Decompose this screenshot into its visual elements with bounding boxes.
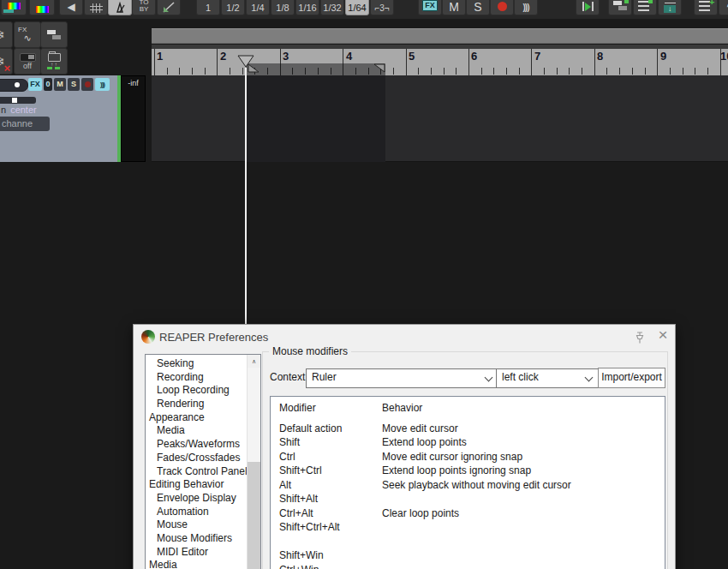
loop-selection-shade	[246, 75, 385, 162]
insert-item-button[interactable]: +	[694, 0, 718, 15]
sidebar-item-rendering[interactable]: Rendering	[146, 398, 260, 411]
sidebar-item-appearance[interactable]: Appearance	[146, 411, 260, 425]
snowflake-icon: ❄	[0, 28, 4, 41]
freeze-render-button[interactable]: ↓	[658, 0, 682, 15]
import-export-button[interactable]: Import/export	[598, 368, 665, 388]
sidebar-item-media-root[interactable]: Media	[146, 559, 260, 569]
pan-slider[interactable]	[0, 97, 36, 104]
note-value-button-1-64[interactable]: 1/64	[345, 0, 369, 15]
scrollbar-thumb[interactable]	[248, 462, 260, 569]
close-icon[interactable]: ×	[654, 326, 671, 344]
note-label: 1/64	[348, 3, 366, 13]
track-record-arm-button[interactable]	[81, 78, 93, 91]
sidebar-item-seeking[interactable]: Seeking	[146, 357, 260, 371]
sidebar-item-recording[interactable]: Recording	[146, 371, 260, 385]
sidebar-item-mouse[interactable]: Mouse	[146, 518, 260, 532]
note-value-button-1-4[interactable]: 1/4	[246, 0, 270, 15]
sidebar-item-track-control-panels[interactable]: Track Control Panels	[146, 465, 260, 479]
render-items-button[interactable]	[633, 0, 657, 15]
arrange-view[interactable]	[152, 75, 728, 162]
dialog-title: REAPER Preferences	[159, 331, 268, 344]
grid-settings-button[interactable]	[84, 0, 108, 15]
note-value-button-1[interactable]: 1	[196, 0, 220, 15]
fade-shape-button[interactable]	[157, 0, 181, 15]
sidebar-item-fades-crossfades[interactable]: Fades/Crossfades	[146, 452, 260, 465]
grid-to-by-button[interactable]: TO BY	[132, 0, 156, 15]
channel-button[interactable]: channe	[0, 117, 50, 131]
loop-selection-band[interactable]	[246, 63, 385, 75]
click-type-select[interactable]: left click	[496, 368, 599, 388]
table-row[interactable]: Shift+Alt	[271, 492, 665, 506]
note-value-button-1-2[interactable]: 1/2	[221, 0, 245, 15]
table-row[interactable]: Default actionMove edit cursor	[271, 422, 665, 436]
theme-color-button[interactable]	[1, 0, 27, 15]
scrollbar-up-icon[interactable]: ∧	[248, 355, 260, 368]
green-bars-icon	[47, 67, 62, 69]
ruler-mark: 6	[471, 50, 477, 63]
rainbow-icon	[8, 3, 21, 9]
back-button[interactable]: ◀	[59, 0, 83, 15]
master-mute-button[interactable]: M	[442, 0, 466, 15]
note-value-button-1-8[interactable]: 1/8	[271, 0, 295, 15]
unfreeze-track-button[interactable]: ❄ ×	[0, 48, 13, 75]
io-label: 0	[45, 80, 50, 88]
table-row[interactable]: Shift+Win	[271, 548, 665, 563]
loop-end-flag[interactable]	[373, 63, 385, 74]
loop-start-flag[interactable]	[248, 63, 260, 74]
sidebar-item-mouse-modifiers[interactable]: Mouse Modifiers	[146, 532, 260, 546]
note-value-button-1-16[interactable]: 1/16	[295, 0, 319, 15]
toggle-off-icon	[20, 53, 36, 62]
metronome-icon	[114, 2, 126, 13]
duplicate-items-button[interactable]	[608, 0, 632, 15]
context-select[interactable]: Ruler	[306, 368, 498, 388]
table-row[interactable]: Ctrl+Win	[271, 563, 665, 569]
pin-icon[interactable]	[633, 331, 647, 344]
track-monitor-button[interactable]: )))	[95, 78, 110, 91]
fx-chain-button[interactable]: FX	[418, 0, 442, 15]
sidebar-scrollbar[interactable]: ∧	[247, 355, 260, 569]
arrange-hscrollbar[interactable]	[152, 28, 728, 44]
monitor-off-toggle[interactable]: off	[14, 48, 41, 75]
ruler-mark: 2	[220, 50, 226, 63]
track-solo-button[interactable]: S	[68, 78, 80, 91]
sidebar-item-editing-behavior[interactable]: Editing Behavior	[146, 478, 260, 492]
table-row[interactable]: AltSeek playback without moving edit cur…	[271, 478, 665, 493]
reaper-main-window: ◀ TO BY 1 1/2 1/4 1/8 1/16 1/32 1/64 ⌐3	[0, 0, 728, 569]
volume-slider[interactable]	[0, 79, 28, 92]
monitoring-button[interactable]: )))	[514, 0, 538, 15]
track-mute-button[interactable]: M	[54, 78, 66, 91]
table-row[interactable]: ShiftExtend loop points	[271, 435, 665, 450]
sidebar-item-midi-editor[interactable]: MIDI Editor	[146, 546, 260, 560]
sidebar-item-envelope-display[interactable]: Envelope Display	[146, 492, 260, 506]
table-row[interactable]: Shift+CtrlExtend loop points ignoring sn…	[271, 464, 665, 478]
track-io-button[interactable]: 0	[44, 78, 52, 91]
sidebar-item-peaks-waveforms[interactable]: Peaks/Waveforms	[146, 438, 260, 452]
metronome-button[interactable]	[108, 0, 132, 15]
preferences-sidebar: Seeking Recording Loop Recording Renderi…	[145, 354, 261, 569]
apply-colors-button[interactable]	[29, 0, 55, 15]
fx-freeze-button[interactable]: FX ∿	[14, 21, 41, 48]
item-layers-button[interactable]	[40, 21, 68, 48]
volume-thumb[interactable]	[15, 82, 20, 87]
mute-label: M	[57, 80, 63, 88]
ruler-mark: 7	[534, 50, 540, 63]
media-folder-button[interactable]: ↑ ↑	[40, 48, 68, 75]
sidebar-item-media[interactable]: Media	[146, 424, 260, 438]
track-fx-button[interactable]: FX	[28, 78, 42, 91]
edit-cursor-line[interactable]	[245, 68, 247, 324]
table-row[interactable]: Ctrl+AltClear loop points	[271, 506, 665, 521]
record-arm-button[interactable]	[490, 0, 514, 15]
triplet-button[interactable]: ⌐3¬	[370, 0, 394, 15]
table-row[interactable]: Shift+Ctrl+Alt	[271, 520, 665, 535]
master-solo-button[interactable]: S	[466, 0, 490, 15]
play-from-cursor-button[interactable]	[576, 0, 600, 15]
note-value-button-1-32[interactable]: 1/32	[320, 0, 344, 15]
click-type-value: left click	[502, 371, 539, 383]
sidebar-item-automation[interactable]: Automation	[146, 506, 260, 519]
pan-readout: ncenter	[1, 105, 37, 115]
sidebar-item-loop-recording[interactable]: Loop Recording	[146, 384, 260, 398]
envelope-wave-button[interactable]: ∿	[719, 0, 728, 15]
pan-thumb[interactable]	[12, 98, 17, 103]
freeze-track-button[interactable]: ❄	[0, 21, 13, 48]
table-row[interactable]: CtrlMove edit cursor ignoring snap	[271, 450, 665, 464]
